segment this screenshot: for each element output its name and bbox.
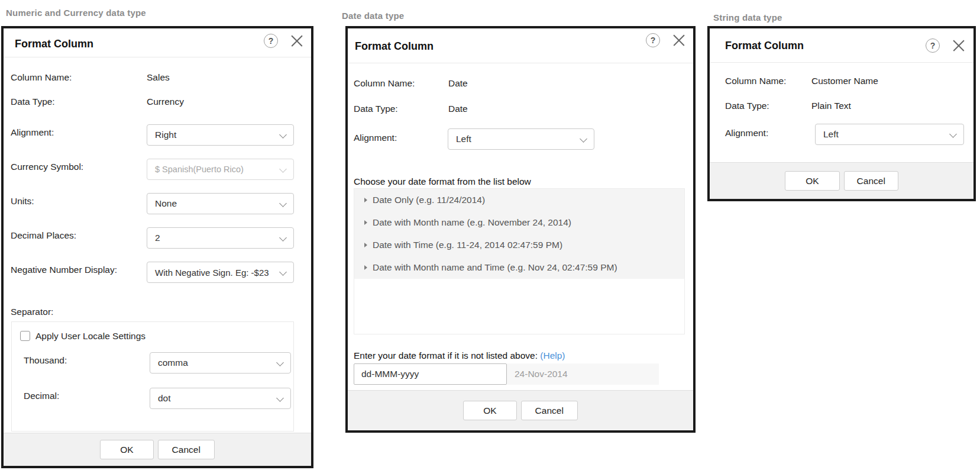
decimal-places-select[interactable]: 2 [147,227,294,249]
date-format-option[interactable]: Date with Month name and Time (e.g. Nov … [354,256,684,279]
dialog-footer: OK Cancel [348,390,693,430]
column-name-label: Column Name: [354,78,415,89]
help-glyph: ? [930,41,936,50]
date-format-input[interactable] [354,363,507,385]
help-icon[interactable]: ? [926,38,940,53]
negative-display-select-value: With Negative Sign. Eg: -$23 [155,268,269,278]
dialog-title: Format Column [725,40,804,52]
chevron-down-icon [580,135,587,143]
disclosure-triangle-icon [364,265,367,270]
decimal-places-label: Decimal Places: [11,230,76,241]
close-icon[interactable] [952,39,965,52]
custom-format-label-text: Enter your date format if it is not list… [354,350,538,360]
data-type-value: Plain Text [811,101,851,111]
chevron-down-icon [276,359,284,366]
alignment-label: Alignment: [11,127,54,138]
help-glyph: ? [269,36,274,46]
units-select-value: None [155,198,177,209]
date-format-option-label: Date with Month name and Time (e.g. Nov … [373,262,617,273]
column-name-value: Customer Name [811,76,878,86]
column-name-value: Sales [147,72,170,83]
alignment-label: Alignment: [354,133,397,143]
data-type-value: Currency [147,96,184,107]
currency-symbol-label: Currency Symbol: [11,162,83,172]
cancel-button[interactable]: Cancel [844,171,898,191]
date-format-option-label: Date with Month name (e.g. November 24, … [373,217,571,228]
chevron-down-icon [276,394,284,402]
help-link[interactable]: (Help) [540,350,565,360]
decimal-separator-label: Decimal: [24,391,59,401]
help-glyph: ? [651,36,656,45]
apply-locale-checkbox[interactable] [20,331,30,341]
thousand-select-value: comma [158,358,188,368]
dialog-title: Format Column [355,40,434,53]
currency-symbol-select: $ Spanish(Puerto Rico) [147,159,294,180]
chevron-down-icon [279,131,287,139]
alignment-select-value: Right [155,130,176,140]
chevron-down-icon [279,199,287,207]
dialog-title: Format Column [15,38,93,50]
negative-display-label: Negative Number Display: [11,265,117,275]
data-type-label: Data Type: [354,104,398,114]
cancel-button[interactable]: Cancel [158,440,215,459]
column-name-label: Column Name: [725,76,786,86]
dialog-footer: OK Cancel [710,162,973,199]
format-column-dialog-date: Format Column ? Column Name: Date Data T… [345,26,696,433]
date-format-option-label: Date with Time (e.g. 11-24, 2014 02:47:5… [373,240,562,250]
thousand-label: Thousand: [24,355,67,366]
chevron-down-icon [949,130,957,138]
ok-button[interactable]: OK [463,401,516,420]
disclosure-triangle-icon [364,198,367,202]
decimal-places-select-value: 2 [155,233,160,243]
alignment-select-value: Left [823,129,839,140]
units-label: Units: [11,196,34,207]
date-format-list-heading: Choose your date format from the list be… [354,176,531,187]
cancel-button[interactable]: Cancel [521,401,578,420]
data-type-value: Date [448,104,468,114]
screenshot-canvas: Numeric and Currency data type Date data… [0,0,980,470]
currency-symbol-select-value: $ Spanish(Puerto Rico) [155,165,244,174]
alignment-label: Alignment: [725,128,768,139]
decimal-separator-select[interactable]: dot [150,388,291,409]
alignment-select[interactable]: Right [147,124,294,146]
ok-button[interactable]: OK [785,171,839,191]
negative-display-select[interactable]: With Negative Sign. Eg: -$23 [147,262,294,283]
units-select[interactable]: None [147,193,294,214]
close-icon[interactable] [290,34,303,47]
column-name-label: Column Name: [11,72,72,83]
alignment-select[interactable]: Left [448,128,594,150]
data-type-label: Data Type: [11,96,55,107]
dialog-header: Format Column ? [710,28,973,63]
section-label-numeric: Numeric and Currency data type [6,8,146,18]
apply-locale-label: Apply User Locale Settings [35,331,145,342]
format-column-dialog-numeric: Format Column ? Column Name: Sales Data … [1,26,313,468]
help-icon[interactable]: ? [646,33,660,47]
date-format-option-label: Date Only (e.g. 11/24/2014) [373,195,485,205]
data-type-label: Data Type: [725,101,769,111]
dialog-header: Format Column ? [4,28,311,57]
alignment-select-value: Left [456,134,471,144]
section-label-date: Date data type [342,11,404,21]
date-format-option[interactable]: Date with Month name (e.g. November 24, … [354,211,684,234]
date-format-preview: 24-Nov-2014 [507,363,659,385]
date-format-list: Date Only (e.g. 11/24/2014) Date with Mo… [354,188,685,334]
column-name-value: Date [448,78,468,89]
date-format-option[interactable]: Date with Time (e.g. 11-24, 2014 02:47:5… [354,234,684,256]
section-label-string: String data type [713,12,782,22]
date-format-option[interactable]: Date Only (e.g. 11/24/2014) [354,189,684,211]
separator-group-box: Apply User Locale Settings Thousand: com… [11,321,294,432]
alignment-select[interactable]: Left [815,124,964,145]
decimal-separator-select-value: dot [158,393,171,404]
chevron-down-icon [279,165,287,173]
separator-label: Separator: [11,307,53,317]
disclosure-triangle-icon [364,243,367,247]
custom-format-label: Enter your date format if it is not list… [354,350,565,361]
dialog-footer: OK Cancel [4,433,311,466]
help-icon[interactable]: ? [264,34,278,48]
ok-button[interactable]: OK [100,440,153,459]
chevron-down-icon [279,234,287,242]
dialog-header: Format Column ? [348,28,693,63]
disclosure-triangle-icon [364,220,367,225]
close-icon[interactable] [672,34,685,47]
thousand-select[interactable]: comma [150,352,291,374]
